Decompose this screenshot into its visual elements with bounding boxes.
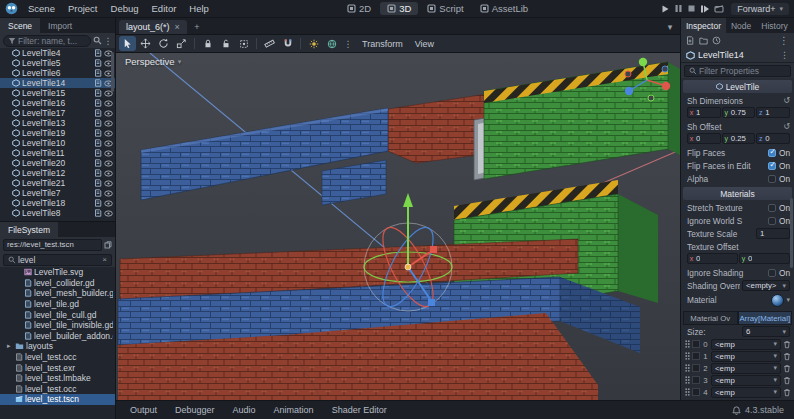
scene-node-row[interactable]: LevelTile16 (0, 98, 115, 108)
attached-script-icon[interactable] (94, 159, 102, 167)
attached-script-icon[interactable] (94, 139, 102, 147)
scene-filter-box[interactable] (3, 35, 91, 47)
visibility-eye-icon[interactable] (104, 200, 113, 207)
unlock-icon[interactable] (217, 36, 234, 51)
material-slot-select[interactable]: <emp▾ (711, 363, 781, 374)
file-row[interactable]: ▸ level_test.tscn (0, 394, 115, 405)
material-slot-select[interactable]: <emp▾ (711, 339, 781, 350)
scene-node-row[interactable]: LevelTile18 (0, 198, 115, 208)
move-tool-icon[interactable] (137, 36, 154, 51)
visibility-eye-icon[interactable] (104, 110, 113, 117)
scene-node-row[interactable]: LevelTile5 (0, 58, 115, 68)
file-row[interactable]: ▸ level_tile_invisible.gd (0, 320, 115, 331)
visibility-eye-icon[interactable] (104, 100, 113, 107)
movie-mode-icon[interactable] (714, 4, 724, 14)
dock-tab[interactable]: Scene (0, 18, 40, 33)
file-row[interactable]: ▸ level_test.occ (0, 352, 115, 363)
file-row[interactable]: ▸ layouts (0, 341, 115, 352)
file-row[interactable]: ▸ level_builder_addon.gd (0, 331, 115, 342)
bottom-panel-tab[interactable]: Output (122, 404, 165, 416)
close-icon[interactable]: × (175, 22, 180, 32)
preview-sun-icon[interactable] (305, 36, 322, 51)
dock-tab[interactable]: Inspector (681, 18, 726, 33)
z-field[interactable]: z1 (756, 107, 790, 118)
stop-icon[interactable] (687, 4, 696, 13)
trash-icon[interactable] (783, 388, 791, 397)
play-icon[interactable] (660, 4, 670, 14)
material-slot-thumbnail[interactable] (692, 388, 700, 396)
z-field[interactable]: z0 (756, 133, 790, 144)
attached-script-icon[interactable] (94, 119, 102, 127)
bottom-panel-tab[interactable]: Animation (266, 404, 322, 416)
scrollbar[interactable] (111, 52, 114, 92)
viewport-3d[interactable]: Perspective ▾ (116, 53, 680, 400)
menu-item[interactable]: Scene (22, 2, 61, 15)
attached-script-icon[interactable] (94, 99, 102, 107)
array-size-field[interactable]: 6▾ (742, 326, 790, 337)
visibility-eye-icon[interactable] (104, 130, 113, 137)
material-slot-thumbnail[interactable] (692, 376, 700, 384)
visibility-eye-icon[interactable] (104, 190, 113, 197)
material-slot-select[interactable]: <emp▾ (711, 387, 781, 398)
workspace-tab[interactable]: 3D (380, 2, 418, 15)
visibility-eye-icon[interactable] (104, 180, 113, 187)
scene-node-row[interactable]: LevelTile11 (0, 148, 115, 158)
menu-item[interactable]: Help (183, 2, 215, 15)
menu-item[interactable]: Editor (146, 2, 183, 15)
viewport-menu-item[interactable]: Transform (356, 39, 409, 49)
ignore-shading-checkbox[interactable]: On (768, 268, 790, 278)
x-field[interactable]: x0 (687, 133, 721, 144)
workspace-tab[interactable]: 2D (340, 2, 378, 15)
clear-filter-icon[interactable]: × (102, 255, 107, 264)
preview-environment-icon[interactable] (323, 36, 340, 51)
material-slot-thumbnail[interactable] (692, 340, 700, 348)
dock-tab-filesystem[interactable]: FileSystem (0, 222, 58, 237)
visibility-eye-icon[interactable] (104, 120, 113, 127)
scene-node-row[interactable]: LevelTile15 (0, 88, 115, 98)
scene-node-row[interactable]: LevelTile21 (0, 178, 115, 188)
trash-icon[interactable] (783, 352, 791, 361)
file-row[interactable]: ▸ level_tile_cull.gd (0, 309, 115, 320)
category-leveltile[interactable]: LevelTile (683, 80, 792, 93)
filesystem-filter-input[interactable] (18, 255, 100, 265)
material-slot-select[interactable]: <emp▾ (711, 375, 781, 386)
group-icon[interactable] (235, 36, 252, 51)
bottom-panel-tab[interactable]: Debugger (167, 404, 223, 416)
visibility-eye-icon[interactable] (104, 210, 113, 217)
workspace-tab[interactable]: Script (420, 2, 470, 15)
y-field[interactable]: y0.75 (722, 107, 756, 118)
new-resource-icon[interactable] (686, 36, 695, 45)
alpha-checkbox[interactable]: On (768, 174, 790, 184)
drag-handle-icon[interactable] (685, 364, 690, 372)
history-icon[interactable] (712, 36, 721, 45)
dock-tab[interactable]: Node (726, 18, 756, 33)
renderer-selector[interactable]: Forward+ ▾ (731, 3, 789, 15)
array-editor-tab[interactable]: Material Ov (683, 311, 738, 325)
visibility-eye-icon[interactable] (104, 140, 113, 147)
attached-script-icon[interactable] (94, 59, 102, 67)
dock-tab[interactable]: Import (40, 18, 80, 33)
trash-icon[interactable] (783, 364, 791, 373)
inspector-filter-box[interactable] (684, 65, 791, 77)
material-slot-thumbnail[interactable] (692, 352, 700, 360)
folder-arrow-icon[interactable]: ▸ (7, 342, 13, 350)
attached-script-icon[interactable] (94, 169, 102, 177)
material-sphere-thumbnail[interactable] (771, 294, 784, 307)
attached-script-icon[interactable] (94, 49, 102, 57)
trash-icon[interactable] (783, 376, 791, 385)
scrollbar[interactable] (790, 198, 793, 268)
scene-node-row[interactable]: LevelTile10 (0, 138, 115, 148)
path-field[interactable]: res://level_test.tscn (3, 239, 102, 251)
revert-icon[interactable]: ↺ (783, 122, 790, 131)
scene-tab[interactable]: layout_6(*) × (119, 20, 187, 34)
play-scene-icon[interactable] (700, 4, 710, 14)
attached-script-icon[interactable] (94, 189, 102, 197)
bottom-panel-tab[interactable]: Audio (225, 404, 264, 416)
lock-icon[interactable] (199, 36, 216, 51)
attached-script-icon[interactable] (94, 179, 102, 187)
perspective-button[interactable]: Perspective ▾ (125, 56, 181, 67)
viewport-3d-scene[interactable] (116, 53, 680, 400)
y-field[interactable]: y0 (739, 253, 790, 264)
drag-handle-icon[interactable] (685, 388, 690, 396)
drag-handle-icon[interactable] (685, 376, 690, 384)
